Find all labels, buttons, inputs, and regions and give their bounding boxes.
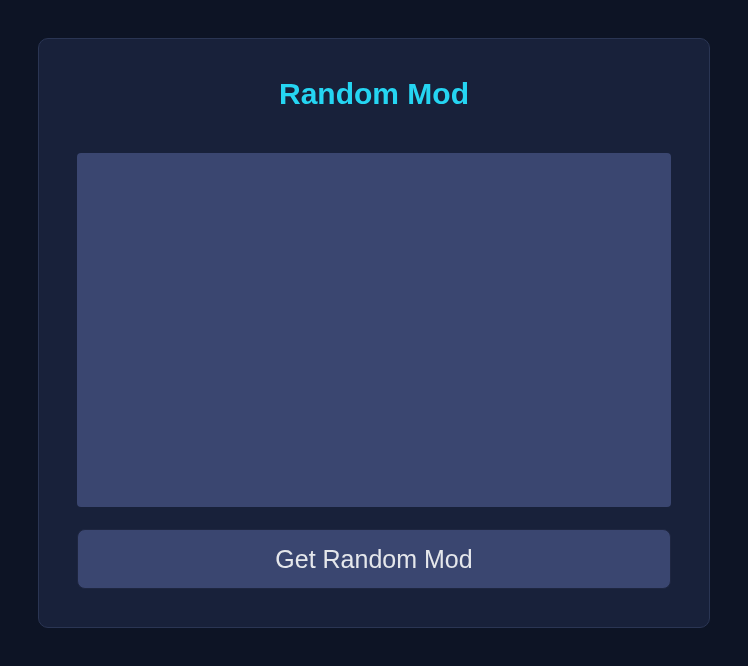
get-random-mod-button[interactable]: Get Random Mod — [77, 529, 671, 589]
card-title: Random Mod — [77, 77, 671, 111]
random-mod-card: Random Mod Get Random Mod — [38, 38, 710, 628]
mod-display-area — [77, 153, 671, 507]
